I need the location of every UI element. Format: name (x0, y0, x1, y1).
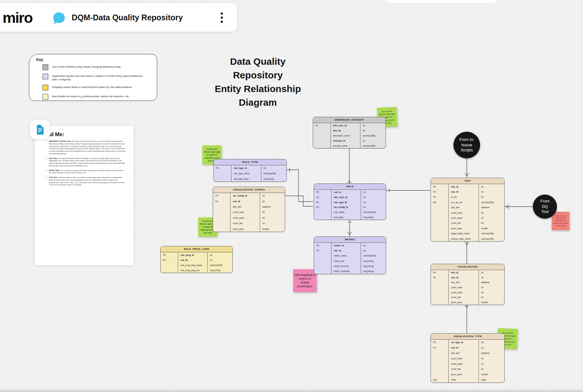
field-name: rule_type_name (231, 171, 261, 176)
field-name: rule_name (332, 210, 361, 215)
diagram-title[interactable]: Data QualityRepositoryEntity Relationshi… (191, 55, 325, 109)
from-dq-tool[interactable]: FromDQTool (533, 195, 557, 219)
diagram-title-line: Repository (191, 68, 325, 82)
entity-table-dimension_concept[interactable]: DIMENSION_CONCEPTPKdim_conc_iddim_nkdime… (313, 117, 386, 149)
field-type: datetime (479, 205, 504, 210)
field-type: Type (479, 377, 504, 382)
field-type: int (360, 128, 385, 133)
entity-table-rule_type[interactable]: RULE_TYPEPKrule_type_idrule_type_namerul… (213, 159, 287, 182)
field-name: count_fail (449, 221, 479, 226)
field-type: int (479, 345, 504, 350)
field-name: vis_config_id (231, 193, 260, 198)
field-type: int (360, 138, 385, 143)
field-type: datetime (479, 350, 504, 356)
field-name: rule_fk (449, 189, 479, 194)
field-name: rule_prog_id (178, 252, 207, 257)
field-name: dimension_name (331, 133, 360, 138)
field-type: int (260, 209, 285, 215)
field-key (213, 221, 230, 226)
note-add-weighting[interactable]: Add weighting to metrics to enable prior… (293, 269, 317, 292)
field-name: test_id (449, 270, 479, 275)
field-key (431, 215, 448, 220)
board-title[interactable]: DQM-Data Quality Repository (72, 13, 183, 22)
field-name: concept_name (331, 143, 360, 148)
field-name: rule_type_desc (231, 176, 261, 182)
field-name: rule_fk (449, 345, 479, 350)
miro-board-canvas[interactable]: { "header": { "logo": "miro", "board_tit… (0, 0, 583, 392)
field-key (431, 300, 448, 305)
document-icon-card[interactable] (30, 120, 50, 139)
talktrack-bubble-icon[interactable] (53, 12, 65, 23)
field-type: int (361, 190, 386, 195)
field-type: varchar(255) (479, 231, 504, 236)
field-type: int (360, 123, 385, 128)
key-legend[interactable]: Key Core CDDQ Definitions (Very Slowly C… (29, 54, 157, 101)
field-key (431, 372, 448, 377)
entity-table-visualization[interactable]: VISUALIZATIONPKFKtest_idrule_fktest_dtmc… (431, 264, 505, 305)
key-legend-item: Data Quality tool results (e.g. profilin… (43, 94, 151, 100)
field-key (431, 356, 448, 361)
field-key (313, 128, 331, 133)
miro-logo[interactable]: miro (3, 9, 32, 26)
field-name: count_total (231, 209, 260, 215)
field-key (214, 176, 231, 182)
document-icon (35, 124, 45, 135)
field-type: int (208, 257, 232, 262)
field-type: int (479, 290, 504, 295)
key-legend-rows: Core CDDQ Definitions (Very Slowly Chang… (36, 64, 151, 100)
field-type: int (361, 195, 386, 200)
key-legend-label: Thirdparty custom library of Java/JS/Pyt… (52, 85, 132, 89)
field-name: rule_fk (332, 248, 361, 253)
field-key (431, 205, 448, 210)
from-inhouse-scripts[interactable]: From In-houseScripts (453, 132, 480, 158)
readme-document[interactable]: Read Me: 1.DIMENSION_CONCEPT Table- This… (35, 126, 134, 265)
field-name: count_total (449, 285, 479, 290)
field-key: PK (314, 243, 331, 248)
field-type: int (479, 361, 504, 367)
field-key (431, 350, 448, 356)
field-type: int (479, 189, 504, 194)
diagram-title-line: Data Quality (191, 55, 325, 68)
field-type: int (260, 221, 285, 226)
field-type: varchar(255) (361, 210, 386, 215)
field-type: double (479, 372, 504, 377)
field-type: int (261, 165, 286, 171)
field-name: count_fail (449, 366, 479, 372)
entity-table-title: RULE_PROG_LANG (161, 246, 232, 252)
field-name: src_sys_sk (449, 200, 479, 205)
entity-table-test[interactable]: TESTPKFKFKNKtest_idrule_fkvis_fksrc_sys_… (431, 178, 505, 242)
field-key (213, 215, 230, 221)
field-key (314, 269, 331, 274)
field-key (313, 138, 331, 143)
field-name: test_dtm (231, 204, 260, 209)
entity-table-rule_prog_lang[interactable]: RULE_PROG_LANGPKFKrule_prog_idrule_fkrul… (160, 246, 233, 273)
entity-table-rule[interactable]: RULEPKFKFKFKrule_iddim_conc_fkrule_type_… (314, 183, 386, 220)
key-legend-item: Organization specific rules and metrics … (43, 74, 151, 81)
field-type: int (479, 270, 504, 275)
entity-table-visualization_config[interactable]: VISUALIZATION_CONFIGPKFKvis_config_idrul… (213, 187, 285, 232)
field-type: varchar(255) (360, 143, 385, 148)
field-name: rule_prog_lang_name (178, 262, 207, 268)
field-name: count_pass (231, 215, 260, 221)
entity-table-metric[interactable]: METRICPKFKmetric_idrule_fkmetric_namemet… (314, 236, 386, 274)
field-key: FK (161, 257, 178, 262)
field-key (431, 366, 448, 372)
field-key (431, 210, 448, 215)
entity-table-title: VISUALIZATION (431, 264, 504, 270)
entity-table-visualization_type[interactable]: VISUALIZATION_TYPEPKFKKeyvis_type_idrule… (431, 333, 505, 383)
field-name: count_fail (231, 221, 260, 226)
field-key: PK (431, 184, 448, 189)
field-name: count_total (449, 356, 479, 361)
field-name: perct_pass (231, 226, 260, 231)
kebab-menu-icon[interactable] (221, 12, 223, 23)
entity-table-title: VISUALIZATION_CONFIG (213, 187, 285, 193)
key-legend-item: Thirdparty custom library of Java/JS/Pyt… (43, 85, 151, 90)
note-splice-mappings[interactable]: Need to splice mappings from connectors … (552, 212, 569, 230)
field-type: int (479, 221, 504, 226)
field-type: varchar(255) (208, 262, 232, 268)
field-type: int (260, 198, 285, 204)
field-key: FK (314, 200, 331, 205)
field-key (431, 295, 448, 300)
entity-table-title: METRIC (314, 237, 386, 243)
entity-table-title: RULE_TYPE (214, 159, 286, 165)
